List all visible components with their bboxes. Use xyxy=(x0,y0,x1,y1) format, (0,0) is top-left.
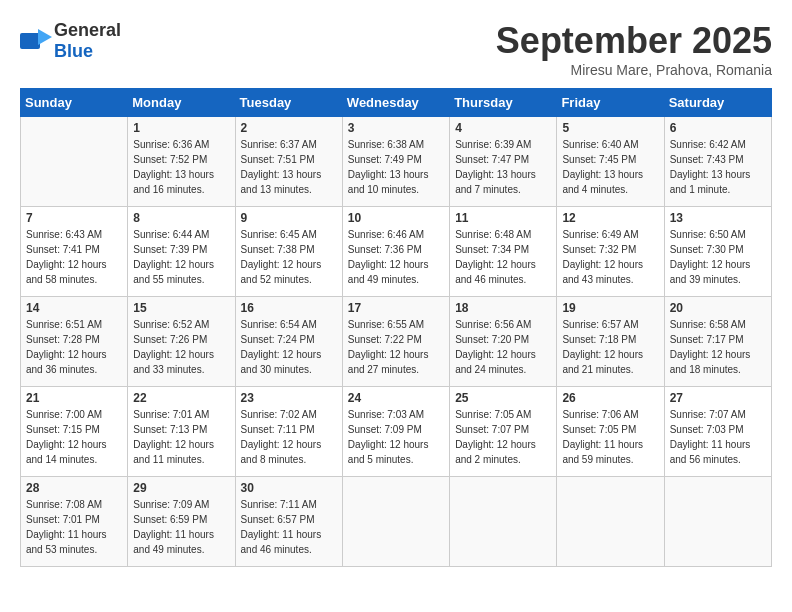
calendar-cell: 10Sunrise: 6:46 AMSunset: 7:36 PMDayligh… xyxy=(342,207,449,297)
day-number: 7 xyxy=(26,211,122,225)
day-number: 9 xyxy=(241,211,337,225)
day-number: 3 xyxy=(348,121,444,135)
svg-rect-0 xyxy=(20,33,40,49)
cell-info: Sunrise: 7:05 AMSunset: 7:07 PMDaylight:… xyxy=(455,407,551,467)
calendar-week-row: 14Sunrise: 6:51 AMSunset: 7:28 PMDayligh… xyxy=(21,297,772,387)
day-number: 21 xyxy=(26,391,122,405)
calendar-table: SundayMondayTuesdayWednesdayThursdayFrid… xyxy=(20,88,772,567)
day-number: 15 xyxy=(133,301,229,315)
calendar-cell: 13Sunrise: 6:50 AMSunset: 7:30 PMDayligh… xyxy=(664,207,771,297)
day-number: 10 xyxy=(348,211,444,225)
header-sunday: Sunday xyxy=(21,89,128,117)
header-thursday: Thursday xyxy=(450,89,557,117)
cell-info: Sunrise: 7:11 AMSunset: 6:57 PMDaylight:… xyxy=(241,497,337,557)
cell-info: Sunrise: 6:51 AMSunset: 7:28 PMDaylight:… xyxy=(26,317,122,377)
cell-info: Sunrise: 6:38 AMSunset: 7:49 PMDaylight:… xyxy=(348,137,444,197)
day-number: 17 xyxy=(348,301,444,315)
cell-info: Sunrise: 6:37 AMSunset: 7:51 PMDaylight:… xyxy=(241,137,337,197)
logo: General Blue xyxy=(20,20,121,62)
calendar-cell: 3Sunrise: 6:38 AMSunset: 7:49 PMDaylight… xyxy=(342,117,449,207)
day-number: 8 xyxy=(133,211,229,225)
day-number: 12 xyxy=(562,211,658,225)
calendar-cell xyxy=(342,477,449,567)
cell-info: Sunrise: 6:57 AMSunset: 7:18 PMDaylight:… xyxy=(562,317,658,377)
title-area: September 2025 Miresu Mare, Prahova, Rom… xyxy=(496,20,772,78)
cell-info: Sunrise: 7:02 AMSunset: 7:11 PMDaylight:… xyxy=(241,407,337,467)
day-number: 22 xyxy=(133,391,229,405)
cell-info: Sunrise: 6:36 AMSunset: 7:52 PMDaylight:… xyxy=(133,137,229,197)
calendar-cell: 20Sunrise: 6:58 AMSunset: 7:17 PMDayligh… xyxy=(664,297,771,387)
calendar-week-row: 7Sunrise: 6:43 AMSunset: 7:41 PMDaylight… xyxy=(21,207,772,297)
day-number: 16 xyxy=(241,301,337,315)
calendar-cell xyxy=(664,477,771,567)
calendar-cell xyxy=(450,477,557,567)
calendar-week-row: 21Sunrise: 7:00 AMSunset: 7:15 PMDayligh… xyxy=(21,387,772,477)
day-number: 20 xyxy=(670,301,766,315)
cell-info: Sunrise: 6:56 AMSunset: 7:20 PMDaylight:… xyxy=(455,317,551,377)
day-number: 14 xyxy=(26,301,122,315)
calendar-cell: 9Sunrise: 6:45 AMSunset: 7:38 PMDaylight… xyxy=(235,207,342,297)
cell-info: Sunrise: 6:49 AMSunset: 7:32 PMDaylight:… xyxy=(562,227,658,287)
day-number: 30 xyxy=(241,481,337,495)
cell-info: Sunrise: 7:01 AMSunset: 7:13 PMDaylight:… xyxy=(133,407,229,467)
cell-info: Sunrise: 6:44 AMSunset: 7:39 PMDaylight:… xyxy=(133,227,229,287)
calendar-cell: 17Sunrise: 6:55 AMSunset: 7:22 PMDayligh… xyxy=(342,297,449,387)
svg-marker-1 xyxy=(38,29,52,45)
calendar-cell xyxy=(21,117,128,207)
day-number: 1 xyxy=(133,121,229,135)
calendar-cell: 26Sunrise: 7:06 AMSunset: 7:05 PMDayligh… xyxy=(557,387,664,477)
day-number: 4 xyxy=(455,121,551,135)
calendar-week-row: 1Sunrise: 6:36 AMSunset: 7:52 PMDaylight… xyxy=(21,117,772,207)
day-number: 5 xyxy=(562,121,658,135)
calendar-cell: 7Sunrise: 6:43 AMSunset: 7:41 PMDaylight… xyxy=(21,207,128,297)
logo-general: General xyxy=(54,20,121,40)
cell-info: Sunrise: 7:00 AMSunset: 7:15 PMDaylight:… xyxy=(26,407,122,467)
day-number: 27 xyxy=(670,391,766,405)
cell-info: Sunrise: 6:39 AMSunset: 7:47 PMDaylight:… xyxy=(455,137,551,197)
cell-info: Sunrise: 6:46 AMSunset: 7:36 PMDaylight:… xyxy=(348,227,444,287)
calendar-cell: 15Sunrise: 6:52 AMSunset: 7:26 PMDayligh… xyxy=(128,297,235,387)
cell-info: Sunrise: 6:43 AMSunset: 7:41 PMDaylight:… xyxy=(26,227,122,287)
calendar-cell xyxy=(557,477,664,567)
header-saturday: Saturday xyxy=(664,89,771,117)
day-number: 24 xyxy=(348,391,444,405)
day-number: 29 xyxy=(133,481,229,495)
calendar-cell: 30Sunrise: 7:11 AMSunset: 6:57 PMDayligh… xyxy=(235,477,342,567)
calendar-cell: 6Sunrise: 6:42 AMSunset: 7:43 PMDaylight… xyxy=(664,117,771,207)
header-monday: Monday xyxy=(128,89,235,117)
header-wednesday: Wednesday xyxy=(342,89,449,117)
day-number: 11 xyxy=(455,211,551,225)
header: General Blue September 2025 Miresu Mare,… xyxy=(20,20,772,78)
calendar-cell: 16Sunrise: 6:54 AMSunset: 7:24 PMDayligh… xyxy=(235,297,342,387)
day-number: 23 xyxy=(241,391,337,405)
calendar-header-row: SundayMondayTuesdayWednesdayThursdayFrid… xyxy=(21,89,772,117)
logo-icon xyxy=(20,29,52,53)
calendar-cell: 25Sunrise: 7:05 AMSunset: 7:07 PMDayligh… xyxy=(450,387,557,477)
cell-info: Sunrise: 6:52 AMSunset: 7:26 PMDaylight:… xyxy=(133,317,229,377)
cell-info: Sunrise: 7:09 AMSunset: 6:59 PMDaylight:… xyxy=(133,497,229,557)
day-number: 19 xyxy=(562,301,658,315)
calendar-cell: 22Sunrise: 7:01 AMSunset: 7:13 PMDayligh… xyxy=(128,387,235,477)
calendar-cell: 23Sunrise: 7:02 AMSunset: 7:11 PMDayligh… xyxy=(235,387,342,477)
calendar-cell: 4Sunrise: 6:39 AMSunset: 7:47 PMDaylight… xyxy=(450,117,557,207)
day-number: 2 xyxy=(241,121,337,135)
calendar-cell: 28Sunrise: 7:08 AMSunset: 7:01 PMDayligh… xyxy=(21,477,128,567)
day-number: 6 xyxy=(670,121,766,135)
calendar-cell: 29Sunrise: 7:09 AMSunset: 6:59 PMDayligh… xyxy=(128,477,235,567)
calendar-cell: 2Sunrise: 6:37 AMSunset: 7:51 PMDaylight… xyxy=(235,117,342,207)
calendar-cell: 11Sunrise: 6:48 AMSunset: 7:34 PMDayligh… xyxy=(450,207,557,297)
calendar-cell: 18Sunrise: 6:56 AMSunset: 7:20 PMDayligh… xyxy=(450,297,557,387)
calendar-cell: 27Sunrise: 7:07 AMSunset: 7:03 PMDayligh… xyxy=(664,387,771,477)
cell-info: Sunrise: 6:50 AMSunset: 7:30 PMDaylight:… xyxy=(670,227,766,287)
cell-info: Sunrise: 6:42 AMSunset: 7:43 PMDaylight:… xyxy=(670,137,766,197)
header-tuesday: Tuesday xyxy=(235,89,342,117)
day-number: 25 xyxy=(455,391,551,405)
calendar-cell: 5Sunrise: 6:40 AMSunset: 7:45 PMDaylight… xyxy=(557,117,664,207)
cell-info: Sunrise: 6:48 AMSunset: 7:34 PMDaylight:… xyxy=(455,227,551,287)
day-number: 28 xyxy=(26,481,122,495)
day-number: 13 xyxy=(670,211,766,225)
cell-info: Sunrise: 6:54 AMSunset: 7:24 PMDaylight:… xyxy=(241,317,337,377)
cell-info: Sunrise: 7:08 AMSunset: 7:01 PMDaylight:… xyxy=(26,497,122,557)
calendar-cell: 1Sunrise: 6:36 AMSunset: 7:52 PMDaylight… xyxy=(128,117,235,207)
calendar-week-row: 28Sunrise: 7:08 AMSunset: 7:01 PMDayligh… xyxy=(21,477,772,567)
